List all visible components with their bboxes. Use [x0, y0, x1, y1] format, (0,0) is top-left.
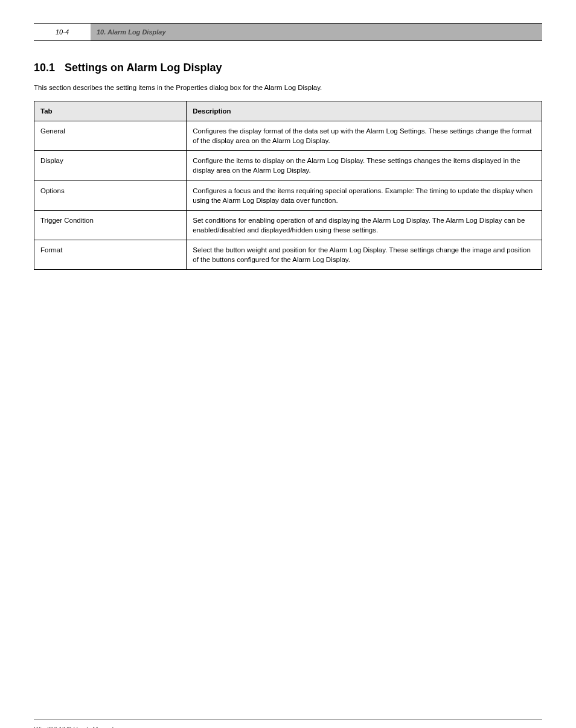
table-header-tab: Tab [34, 101, 187, 121]
table-row: Options Configures a focus and the items… [34, 180, 542, 210]
table-cell-tab: Format [34, 240, 187, 269]
table-row: General Configures the display format of… [34, 121, 542, 151]
table-cell-desc: Configures the display format of the dat… [187, 121, 542, 151]
table-row: Trigger Condition Set conditions for ena… [34, 210, 542, 240]
table-header-desc: Description [187, 101, 542, 121]
page-number-text: 10-4 [56, 28, 69, 36]
header-bar: 10-4 10. Alarm Log Display [34, 23, 542, 41]
table-cell-tab: Options [34, 180, 187, 210]
page-number: 10-4 [34, 24, 91, 40]
table-header-row: Tab Description [34, 101, 542, 121]
running-title: 10. Alarm Log Display [97, 28, 166, 36]
table-cell-desc: Set conditions for enabling operation of… [187, 210, 542, 240]
settings-table: Tab Description General Configures the d… [34, 101, 542, 270]
table-row: Display Configure the items to display o… [34, 151, 542, 180]
table-cell-tab: Display [34, 151, 187, 180]
footer-manual-title: WindO/I-NV2 User's Manual [34, 726, 113, 728]
table-cell-desc: Configure the items to display on the Al… [187, 151, 542, 180]
table-row: Format Select the button weight and posi… [34, 240, 542, 269]
table-cell-tab: Trigger Condition [34, 210, 187, 240]
table-cell-desc: Select the button weight and position fo… [187, 240, 542, 269]
section-heading: 10.1 Settings on Alarm Log Display [34, 62, 542, 74]
running-title-bar: 10. Alarm Log Display [91, 24, 542, 40]
intro-paragraph: This section describes the setting items… [34, 83, 542, 92]
table-cell-tab: General [34, 121, 187, 151]
footer-divider [34, 719, 542, 720]
section-number: 10.1 [34, 62, 55, 74]
table-cell-desc: Configures a focus and the items requiri… [187, 180, 542, 210]
section-title: Settings on Alarm Log Display [65, 62, 222, 74]
